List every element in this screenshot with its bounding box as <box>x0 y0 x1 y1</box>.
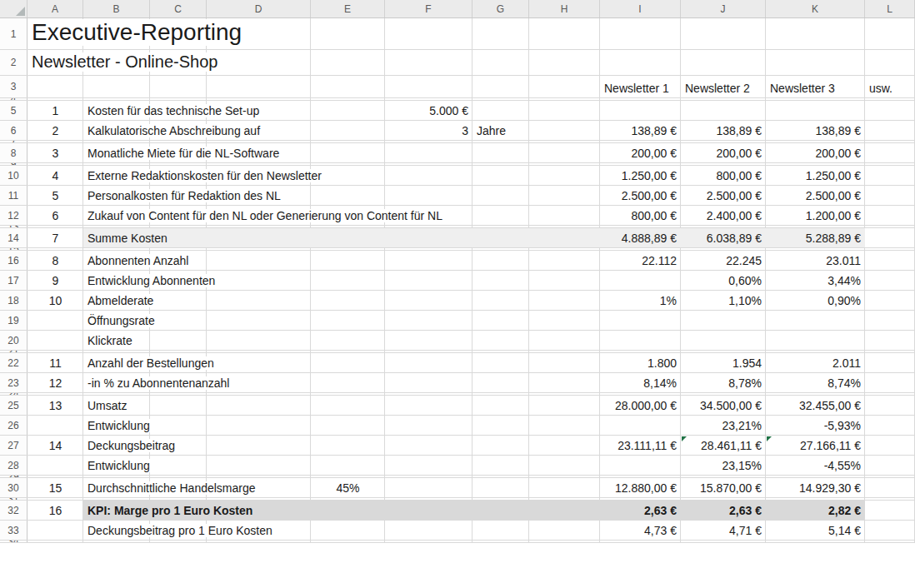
cell-I3[interactable]: Newsletter 1 <box>600 76 681 97</box>
row-header-31[interactable]: 31 <box>0 498 28 500</box>
column-header-B[interactable]: B <box>83 0 150 17</box>
cell-K23[interactable]: 8,74% <box>766 373 865 392</box>
cell-A32[interactable]: 16 <box>28 501 83 520</box>
cell-J8[interactable]: 200,00 € <box>681 143 766 162</box>
cell-B5[interactable]: Kosten für das technische Set-up <box>83 101 150 120</box>
row-header-18[interactable]: 18 <box>0 291 28 310</box>
cell-A2[interactable]: Newsletter - Online-Shop <box>28 50 83 75</box>
row-header-11[interactable]: 11 <box>0 186 28 205</box>
cell-A27[interactable]: 14 <box>28 436 83 455</box>
cell-K26[interactable]: -5,93% <box>766 416 865 435</box>
cell-I16[interactable]: 22.112 <box>600 251 681 270</box>
row-header-9[interactable]: 9 <box>0 163 28 165</box>
cell-I23[interactable]: 8,14% <box>600 373 681 392</box>
row-header-29[interactable]: 29 <box>0 476 28 477</box>
column-header-C[interactable]: C <box>150 0 207 17</box>
row-header-8[interactable]: 8 <box>0 143 28 162</box>
row-header-2[interactable]: 2 <box>0 50 28 75</box>
cell-B17[interactable]: Entwicklung Abonnenten <box>83 271 150 290</box>
cell-J30[interactable]: 15.870,00 € <box>681 478 766 497</box>
cell-J32[interactable]: 2,63 € <box>681 501 766 520</box>
column-header-L[interactable]: L <box>865 0 915 17</box>
cell-B33[interactable]: Deckungsbeitrag pro 1 Euro Kosten <box>83 521 150 540</box>
cell-I12[interactable]: 800,00 € <box>600 206 681 225</box>
column-header-G[interactable]: G <box>472 0 529 17</box>
cell-J22[interactable]: 1.954 <box>681 353 766 372</box>
cell-B19[interactable]: Öffnungsrate <box>83 311 150 330</box>
cell-A12[interactable]: 6 <box>28 206 83 225</box>
select-all-corner[interactable] <box>0 0 28 17</box>
cell-J33[interactable]: 4,71 € <box>681 521 766 540</box>
row-header-5[interactable]: 5 <box>0 101 28 120</box>
row-header-25[interactable]: 25 <box>0 396 28 415</box>
cell-K18[interactable]: 0,90% <box>766 291 865 310</box>
column-header-D[interactable]: D <box>207 0 311 17</box>
cell-K33[interactable]: 5,14 € <box>766 521 865 540</box>
row-header-20[interactable]: 20 <box>0 331 28 350</box>
cell-B27[interactable]: Deckungsbeitrag <box>83 436 150 455</box>
cell-I33[interactable]: 4,73 € <box>600 521 681 540</box>
cell-I10[interactable]: 1.250,00 € <box>600 166 681 185</box>
cell-E30[interactable]: 45% <box>311 478 385 497</box>
cell-B12[interactable]: Zukauf von Content für den NL oder Gener… <box>83 206 150 225</box>
cell-I8[interactable]: 200,00 € <box>600 143 681 162</box>
row-header-6[interactable]: 6 <box>0 121 28 140</box>
cell-I25[interactable]: 28.000,00 € <box>600 396 681 415</box>
cell-I27[interactable]: 23.111,11 € <box>600 436 681 455</box>
cell-I22[interactable]: 1.800 <box>600 353 681 372</box>
cell-F6[interactable]: 3 <box>385 121 472 140</box>
cell-A5[interactable]: 1 <box>28 101 83 120</box>
cell-A10[interactable]: 4 <box>28 166 83 185</box>
cell-K25[interactable]: 32.455,00 € <box>766 396 865 415</box>
cell-I14[interactable]: 4.888,89 € <box>600 228 681 247</box>
cell-B10[interactable]: Externe Redaktionskosten für den Newslet… <box>83 166 150 185</box>
cell-B14[interactable]: Summe Kosten <box>83 228 150 247</box>
row-header-24[interactable]: 24 <box>0 393 28 395</box>
cell-B25[interactable]: Umsatz <box>83 396 150 415</box>
cell-J10[interactable]: 800,00 € <box>681 166 766 185</box>
cell-K28[interactable]: -4,55% <box>766 456 865 475</box>
column-header-F[interactable]: F <box>385 0 472 17</box>
row-header-28[interactable]: 28 <box>0 456 28 475</box>
row-header-22[interactable]: 22 <box>0 353 28 372</box>
cell-B23[interactable]: -in % zu Abonnentenanzahl <box>83 373 150 392</box>
cell-I30[interactable]: 12.880,00 € <box>600 478 681 497</box>
cell-J12[interactable]: 2.400,00 € <box>681 206 766 225</box>
cell-J11[interactable]: 2.500,00 € <box>681 186 766 205</box>
cell-B20[interactable]: Klickrate <box>83 331 150 350</box>
cell-K22[interactable]: 2.011 <box>766 353 865 372</box>
cell-J25[interactable]: 34.500,00 € <box>681 396 766 415</box>
cell-J18[interactable]: 1,10% <box>681 291 766 310</box>
cell-B28[interactable]: Entwicklung <box>83 456 150 475</box>
cell-B16[interactable]: Abonnenten Anzahl <box>83 251 150 270</box>
cell-J23[interactable]: 8,78% <box>681 373 766 392</box>
cell-B6[interactable]: Kalkulatorische Abschreibung auf <box>83 121 150 140</box>
row-header-30[interactable]: 30 <box>0 478 28 497</box>
cell-K17[interactable]: 3,44% <box>766 271 865 290</box>
cell-J14[interactable]: 6.038,89 € <box>681 228 766 247</box>
column-header-I[interactable]: I <box>600 0 681 17</box>
row-header-34[interactable]: 34 <box>0 541 28 542</box>
cell-L3[interactable]: usw. <box>865 76 915 97</box>
row-header-10[interactable]: 10 <box>0 166 28 185</box>
row-header-32[interactable]: 32 <box>0 501 28 520</box>
cell-A11[interactable]: 5 <box>28 186 83 205</box>
cell-B32[interactable]: KPI: Marge pro 1 Euro Kosten <box>83 501 150 520</box>
row-header-17[interactable]: 17 <box>0 271 28 290</box>
cell-B30[interactable]: Durchschnittliche Handelsmarge <box>83 478 150 497</box>
column-header-J[interactable]: J <box>681 0 766 17</box>
cell-K32[interactable]: 2,82 € <box>766 501 865 520</box>
cell-I32[interactable]: 2,63 € <box>600 501 681 520</box>
cell-A6[interactable]: 2 <box>28 121 83 140</box>
cell-K11[interactable]: 2.500,00 € <box>766 186 865 205</box>
cell-A14[interactable]: 7 <box>28 228 83 247</box>
cell-F5[interactable]: 5.000 € <box>385 101 472 120</box>
cell-K16[interactable]: 23.011 <box>766 251 865 270</box>
cell-J17[interactable]: 0,60% <box>681 271 766 290</box>
row-header-12[interactable]: 12 <box>0 206 28 225</box>
cell-A30[interactable]: 15 <box>28 478 83 497</box>
cell-A17[interactable]: 9 <box>28 271 83 290</box>
cell-K27[interactable]: 27.166,11 € <box>766 436 865 455</box>
row-header-15[interactable]: 15 <box>0 248 28 250</box>
cell-I6[interactable]: 138,89 € <box>600 121 681 140</box>
